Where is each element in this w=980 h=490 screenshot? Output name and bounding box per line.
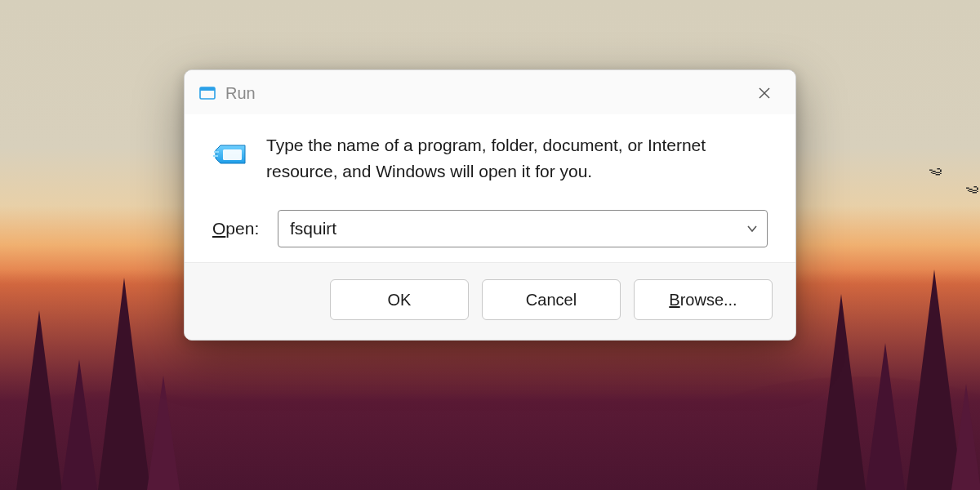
run-window-icon <box>199 87 216 100</box>
open-input[interactable] <box>278 210 768 247</box>
close-icon <box>759 87 770 99</box>
open-label: Open: <box>212 219 263 238</box>
run-program-icon <box>212 136 248 172</box>
open-combobox[interactable] <box>278 210 768 247</box>
dialog-title: Run <box>225 84 748 103</box>
dialog-description: Type the name of a program, folder, docu… <box>266 132 768 184</box>
close-button[interactable] <box>748 80 781 106</box>
svg-rect-1 <box>200 87 215 91</box>
svg-rect-4 <box>223 149 242 160</box>
run-dialog: Run <box>184 69 796 341</box>
dialog-footer: OK Cancel Browse... <box>185 262 795 340</box>
cancel-button[interactable]: Cancel <box>482 279 621 320</box>
titlebar[interactable]: Run <box>185 70 795 114</box>
browse-button[interactable]: Browse... <box>634 279 773 320</box>
ok-button[interactable]: OK <box>330 279 469 320</box>
